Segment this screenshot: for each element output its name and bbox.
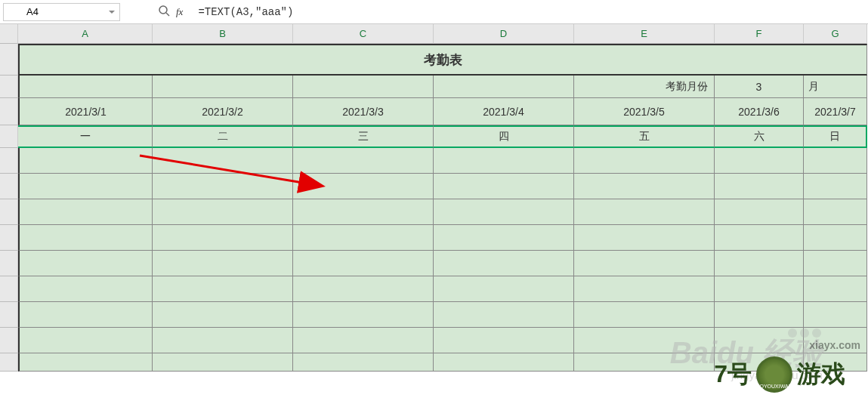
row-header[interactable]: [0, 199, 18, 225]
cell[interactable]: [153, 225, 293, 251]
cell[interactable]: [715, 199, 804, 225]
cell[interactable]: [434, 225, 574, 251]
column-header[interactable]: D: [434, 24, 574, 44]
column-header[interactable]: G: [804, 24, 867, 44]
date-cell[interactable]: 2021/3/4: [434, 98, 574, 125]
cell[interactable]: [804, 353, 867, 372]
column-header[interactable]: E: [574, 24, 715, 44]
cell[interactable]: [574, 251, 715, 276]
cell[interactable]: [434, 251, 574, 276]
cell[interactable]: [804, 302, 867, 328]
cell[interactable]: [18, 276, 153, 302]
cell[interactable]: [715, 225, 804, 251]
weekday-cell[interactable]: 四: [434, 125, 574, 148]
cell[interactable]: [804, 251, 867, 276]
cell[interactable]: [293, 302, 434, 328]
cell[interactable]: [574, 328, 715, 353]
formula-input[interactable]: =TEXT(A3,"aaa"): [189, 6, 293, 18]
cell[interactable]: [293, 174, 434, 199]
row-header[interactable]: [0, 328, 18, 353]
fx-label[interactable]: fx: [176, 6, 183, 18]
row-header[interactable]: [0, 302, 18, 328]
weekday-cell[interactable]: 五: [574, 125, 715, 148]
row-header[interactable]: [0, 148, 18, 174]
cell[interactable]: [18, 225, 153, 251]
row-header[interactable]: [0, 125, 18, 148]
date-cell[interactable]: 2021/3/7: [804, 98, 867, 125]
date-cell[interactable]: 2021/3/6: [715, 98, 804, 125]
row-header[interactable]: [0, 76, 18, 98]
cell[interactable]: [804, 199, 867, 225]
cell[interactable]: [18, 353, 153, 372]
cell[interactable]: [574, 174, 715, 199]
cell[interactable]: [18, 251, 153, 276]
chevron-down-icon[interactable]: [109, 11, 115, 14]
cell[interactable]: [153, 251, 293, 276]
cell[interactable]: [434, 328, 574, 353]
weekday-cell[interactable]: 二: [153, 125, 293, 148]
cell[interactable]: [715, 328, 804, 353]
cell[interactable]: [434, 353, 574, 372]
select-all-corner[interactable]: [0, 24, 18, 44]
column-header[interactable]: A: [18, 24, 153, 44]
cell[interactable]: [293, 251, 434, 276]
cell[interactable]: [293, 328, 434, 353]
cell-reference-box[interactable]: A4: [3, 3, 120, 21]
row-header[interactable]: [0, 44, 18, 76]
month-unit-cell[interactable]: 月: [804, 76, 867, 98]
cell[interactable]: [434, 199, 574, 225]
cell[interactable]: [153, 174, 293, 199]
cell[interactable]: [293, 353, 434, 372]
cell[interactable]: [153, 328, 293, 353]
cell[interactable]: [293, 199, 434, 225]
cell[interactable]: [715, 148, 804, 174]
cell[interactable]: [434, 276, 574, 302]
cell[interactable]: [574, 148, 715, 174]
cell[interactable]: [804, 174, 867, 199]
cell[interactable]: [715, 276, 804, 302]
cell[interactable]: [715, 353, 804, 372]
date-cell[interactable]: 2021/3/2: [153, 98, 293, 125]
cell[interactable]: [434, 148, 574, 174]
weekday-cell[interactable]: 一: [18, 125, 153, 148]
cell[interactable]: [574, 199, 715, 225]
cell[interactable]: [18, 199, 153, 225]
month-label-cell[interactable]: 考勤月份: [574, 76, 715, 98]
weekday-cell[interactable]: 六: [715, 125, 804, 148]
cell[interactable]: [293, 76, 434, 98]
cell[interactable]: [574, 276, 715, 302]
column-header[interactable]: C: [293, 24, 434, 44]
cell[interactable]: [715, 302, 804, 328]
weekday-cell[interactable]: 三: [293, 125, 434, 148]
date-cell[interactable]: 2021/3/1: [18, 98, 153, 125]
cell[interactable]: [18, 328, 153, 353]
month-value-cell[interactable]: 3: [715, 76, 804, 98]
column-header[interactable]: F: [715, 24, 804, 44]
search-icon[interactable]: [158, 5, 170, 19]
cell[interactable]: [804, 148, 867, 174]
cell[interactable]: [18, 174, 153, 199]
cell[interactable]: [804, 328, 867, 353]
cell[interactable]: [153, 199, 293, 225]
cell[interactable]: [293, 148, 434, 174]
weekday-cell[interactable]: 日: [804, 125, 867, 148]
cell[interactable]: [293, 276, 434, 302]
date-cell[interactable]: 2021/3/5: [574, 98, 715, 125]
cell[interactable]: [434, 302, 574, 328]
row-header[interactable]: [0, 225, 18, 251]
row-header[interactable]: [0, 251, 18, 276]
cell[interactable]: [715, 251, 804, 276]
cell[interactable]: [574, 302, 715, 328]
cell[interactable]: [574, 225, 715, 251]
cell[interactable]: [715, 174, 804, 199]
row-header[interactable]: [0, 98, 18, 125]
row-header[interactable]: [0, 174, 18, 199]
cell[interactable]: [153, 302, 293, 328]
row-header[interactable]: [0, 276, 18, 302]
column-header[interactable]: B: [153, 24, 293, 44]
cell[interactable]: [153, 148, 293, 174]
cell[interactable]: [153, 353, 293, 372]
title-cell[interactable]: 考勤表: [18, 44, 867, 76]
cell[interactable]: [153, 276, 293, 302]
cell[interactable]: [293, 225, 434, 251]
